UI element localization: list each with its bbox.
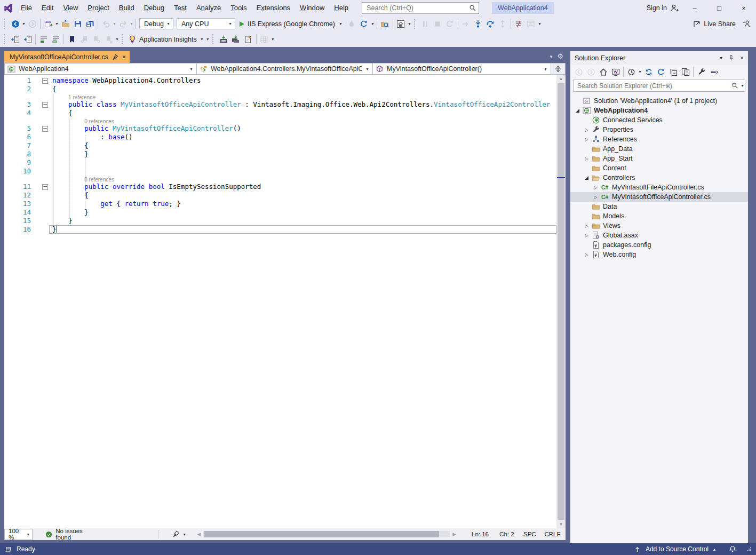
- column-indicator[interactable]: Ch: 2: [499, 531, 523, 537]
- tree-item-connected-services[interactable]: Connected Services: [570, 115, 748, 125]
- chevron-down-icon[interactable]: ▾: [638, 69, 642, 74]
- window-position-chevron-icon[interactable]: ▾: [720, 55, 722, 61]
- code-line-16[interactable]: 16}: [4, 225, 556, 234]
- chevron-down-icon[interactable]: ▾: [54, 21, 59, 26]
- tree-item-myvintasoftofficeapicontroller-cs[interactable]: ▷C#MyVintasoftOfficeApiController.cs: [570, 192, 748, 202]
- code-text[interactable]: [49, 167, 556, 176]
- code-line-9[interactable]: 9: [4, 158, 556, 167]
- expand-arrow-icon[interactable]: ▷: [592, 195, 600, 200]
- tree-item-app-data[interactable]: App_Data: [570, 144, 748, 154]
- chevron-down-icon[interactable]: ▾: [270, 37, 275, 42]
- configuration-combo[interactable]: Debug▾: [139, 18, 173, 29]
- code-line-13[interactable]: 13 get { return true; }: [4, 200, 556, 208]
- new-item-icon[interactable]: [242, 33, 254, 45]
- application-insights-button[interactable]: Application Insights▾: [127, 35, 205, 44]
- fold-collapse-icon[interactable]: [42, 102, 48, 108]
- sync-active-document-icon[interactable]: [642, 66, 655, 78]
- code-line-8[interactable]: 8 }: [4, 150, 556, 158]
- solution-explorer-titlebar[interactable]: Solution Explorer ▾ ×: [570, 51, 748, 65]
- scroll-right-arrow-icon[interactable]: ▶: [451, 532, 458, 537]
- code-line-12[interactable]: 12 {: [4, 191, 556, 200]
- breakpoints-window-icon[interactable]: [513, 18, 525, 30]
- preview-selected-icon[interactable]: [707, 66, 720, 78]
- menu-help[interactable]: Help: [329, 0, 353, 16]
- solution-explorer-search[interactable]: ▾: [573, 80, 745, 92]
- expand-arrow-icon[interactable]: ▷: [583, 137, 591, 142]
- save-all-icon[interactable]: [84, 18, 96, 30]
- chevron-down-icon[interactable]: ▾: [370, 21, 375, 26]
- step-into-icon[interactable]: [472, 18, 484, 30]
- expand-arrow-icon[interactable]: ▷: [583, 128, 591, 132]
- horizontal-scrollbar[interactable]: [203, 531, 450, 537]
- split-window-button[interactable]: [551, 63, 566, 75]
- code-text[interactable]: public override bool IsEmptySessionSuppo…: [49, 183, 556, 191]
- fold-margin[interactable]: [41, 100, 49, 109]
- fold-collapse-icon[interactable]: [42, 78, 48, 84]
- notifications-bell-icon[interactable]: [729, 545, 736, 553]
- add-to-source-control-button[interactable]: Add to Source Control: [646, 545, 709, 553]
- properties-window-icon[interactable]: [679, 66, 691, 78]
- tree-item-web-config[interactable]: ▷Web.config: [570, 250, 748, 259]
- codelens-references[interactable]: 0 references: [84, 118, 114, 124]
- code-line-3[interactable]: 3 public class MyVintasoftOfficeApiContr…: [4, 100, 556, 109]
- code-text[interactable]: }: [49, 217, 556, 225]
- vertical-scrollbar-thumb[interactable]: [558, 83, 564, 520]
- tree-item-app-start[interactable]: ▷App_Start: [570, 154, 748, 163]
- fold-margin[interactable]: [41, 76, 49, 85]
- code-line-10[interactable]: 10: [4, 167, 556, 176]
- scroll-left-arrow-icon[interactable]: ◀: [195, 532, 202, 537]
- code-line-1[interactable]: 1namespace WebApplication4.Controllers: [4, 76, 556, 85]
- codelens-references[interactable]: 0 references: [84, 177, 114, 183]
- code-text[interactable]: }: [49, 225, 556, 234]
- se-refresh-icon[interactable]: [655, 66, 667, 78]
- expand-arrow-icon[interactable]: ▷: [583, 224, 591, 228]
- menu-project[interactable]: Project: [83, 0, 114, 16]
- close-button[interactable]: ×: [731, 0, 756, 16]
- menu-analyze[interactable]: Analyze: [192, 0, 226, 16]
- collapse-all-icon[interactable]: [667, 66, 679, 78]
- tab-list-chevron-icon[interactable]: ▾: [550, 54, 553, 59]
- chevron-down-icon[interactable]: ▾: [115, 37, 120, 42]
- comment-icon[interactable]: [37, 33, 50, 45]
- chevron-down-icon[interactable]: ▾: [205, 37, 210, 42]
- indentation-indicator[interactable]: SPC: [523, 531, 545, 537]
- toolbar-grip[interactable]: [414, 19, 417, 29]
- save-dump-icon[interactable]: [218, 33, 230, 45]
- open-file-icon[interactable]: [59, 18, 71, 30]
- expand-arrow-icon[interactable]: ▷: [583, 156, 591, 161]
- outdent-icon[interactable]: [9, 33, 21, 45]
- live-share-button[interactable]: Live Share: [691, 20, 737, 28]
- tree-item-global-asax[interactable]: ▷Global.asax: [570, 231, 748, 240]
- code-text[interactable]: get { return true; }: [49, 200, 556, 208]
- line-ending-indicator[interactable]: CRLF: [545, 531, 566, 537]
- collapse-arrow-icon[interactable]: [574, 109, 582, 113]
- expand-arrow-icon[interactable]: ▷: [583, 252, 591, 257]
- tree-item-webapplication4[interactable]: WebApplication4: [570, 106, 748, 115]
- scroll-up-arrow-icon[interactable]: ▲: [556, 75, 566, 83]
- fold-collapse-icon[interactable]: [42, 184, 48, 190]
- codelens-references[interactable]: 1 reference: [68, 94, 96, 100]
- code-line-15[interactable]: 15 }: [4, 217, 556, 225]
- search-input[interactable]: [362, 4, 469, 12]
- expand-arrow-icon[interactable]: ▷: [583, 233, 591, 238]
- solution-search-input[interactable]: [574, 82, 731, 90]
- se-properties-icon[interactable]: [695, 66, 707, 78]
- tree-item-views[interactable]: ▷Views: [570, 221, 748, 231]
- code-text[interactable]: public MyVintasoftOfficeApiController(): [49, 124, 556, 133]
- type-dropdown[interactable]: WebApplication4.Controllers.MyVintasoftO…: [196, 63, 372, 75]
- code-text[interactable]: {: [49, 191, 556, 200]
- code-line-2[interactable]: 2{: [4, 85, 556, 93]
- fold-margin[interactable]: [41, 124, 49, 133]
- expand-arrow-icon[interactable]: ▷: [592, 185, 600, 190]
- code-line-5[interactable]: 5 public MyVintasoftOfficeApiController(…: [4, 124, 556, 133]
- line-indicator[interactable]: Ln: 16: [472, 531, 499, 537]
- uncomment-icon[interactable]: [50, 33, 62, 45]
- close-tab-icon[interactable]: ×: [122, 53, 126, 61]
- code-line-6[interactable]: 6 : base(): [4, 133, 556, 141]
- find-in-files-icon[interactable]: [379, 18, 391, 30]
- horizontal-scrollbar-thumb[interactable]: [204, 531, 439, 537]
- pending-changes-filter-icon[interactable]: [625, 66, 638, 78]
- code-text[interactable]: {: [49, 85, 556, 93]
- menu-view[interactable]: View: [58, 0, 83, 16]
- se-home-icon[interactable]: [597, 66, 609, 78]
